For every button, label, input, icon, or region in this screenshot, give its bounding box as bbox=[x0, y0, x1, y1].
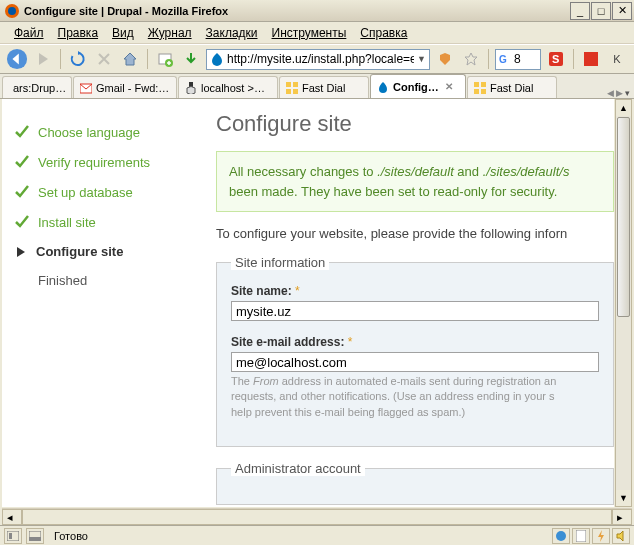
downloads-button[interactable] bbox=[180, 48, 202, 70]
menu-edit[interactable]: Правка bbox=[52, 24, 105, 42]
window-title: Configure site | Drupal - Mozilla Firefo… bbox=[24, 5, 570, 17]
step-setup-database: Set up database bbox=[14, 177, 190, 207]
intro-text: To configure your website, please provid… bbox=[202, 226, 614, 241]
step-label: Finished bbox=[38, 273, 87, 288]
step-label: Set up database bbox=[38, 185, 133, 200]
addon-bar-2-button[interactable] bbox=[26, 528, 44, 544]
addon-k-button[interactable]: K bbox=[606, 48, 628, 70]
scroll-up-button[interactable]: ▲ bbox=[616, 100, 631, 116]
menu-history[interactable]: Журнал bbox=[142, 24, 198, 42]
search-box[interactable]: G bbox=[495, 49, 541, 70]
fieldset-admin-account: Administrator account bbox=[216, 461, 614, 505]
menu-tools[interactable]: Инструменты bbox=[266, 24, 353, 42]
tab-1[interactable]: Gmail - Fwd:… bbox=[73, 76, 177, 98]
fieldset-legend: Site information bbox=[231, 255, 329, 270]
site-email-input[interactable] bbox=[231, 352, 599, 372]
tab-list-button[interactable]: ▾ bbox=[625, 88, 630, 98]
svg-rect-14 bbox=[293, 82, 298, 87]
home-button[interactable] bbox=[119, 48, 141, 70]
check-icon bbox=[14, 184, 30, 200]
url-input[interactable] bbox=[227, 50, 414, 68]
menu-help[interactable]: Справка bbox=[354, 24, 413, 42]
tab-5[interactable]: Fast Dial bbox=[467, 76, 557, 98]
tab-scroll-left-button[interactable]: ◀ bbox=[607, 88, 614, 98]
tab-4[interactable]: Config… ✕ bbox=[370, 74, 466, 98]
maximize-button[interactable]: □ bbox=[591, 2, 611, 20]
tab-label: Fast Dial bbox=[490, 82, 533, 94]
svg-rect-13 bbox=[286, 82, 291, 87]
forward-button[interactable] bbox=[32, 48, 54, 70]
fastdial-icon bbox=[286, 82, 298, 94]
tab-scroll-right-button[interactable]: ▶ bbox=[616, 88, 623, 98]
stop-button[interactable] bbox=[93, 48, 115, 70]
step-label: Choose language bbox=[38, 125, 140, 140]
step-choose-language: Choose language bbox=[14, 117, 190, 147]
addon-sound-icon[interactable] bbox=[612, 528, 630, 544]
feed-button[interactable] bbox=[434, 48, 456, 70]
site-email-label: Site e-mail address: * bbox=[231, 335, 599, 349]
reload-button[interactable] bbox=[67, 48, 89, 70]
scroll-down-button[interactable]: ▼ bbox=[616, 490, 631, 506]
step-verify-requirements: Verify requirements bbox=[14, 147, 190, 177]
dropdown-icon[interactable]: ▼ bbox=[417, 54, 426, 64]
new-tab-button[interactable] bbox=[154, 48, 176, 70]
addon-page-icon[interactable] bbox=[572, 528, 590, 544]
search-input[interactable] bbox=[514, 50, 537, 68]
tab-label: ars:Drup… bbox=[13, 82, 66, 94]
step-configure-site: Configure site bbox=[14, 237, 190, 266]
tab-label: Config… bbox=[393, 81, 439, 93]
step-label: Verify requirements bbox=[38, 155, 150, 170]
status-message: All necessary changes to ./sites/default… bbox=[216, 151, 614, 212]
addon-globe-icon[interactable] bbox=[552, 528, 570, 544]
site-email-description: The From address in automated e-mails se… bbox=[231, 374, 599, 420]
status-bar: ◂ ▸ bbox=[2, 508, 632, 525]
step-install-site: Install site bbox=[14, 207, 190, 237]
back-button[interactable] bbox=[6, 48, 28, 70]
svg-rect-16 bbox=[293, 89, 298, 94]
menu-bookmarks[interactable]: Закладки bbox=[200, 24, 264, 42]
tab-label: localhost >… bbox=[201, 82, 265, 94]
addon-s-button[interactable]: S bbox=[545, 48, 567, 70]
svg-rect-15 bbox=[286, 89, 291, 94]
status-right-icon[interactable]: ▸ bbox=[612, 509, 632, 525]
minimize-button[interactable]: _ bbox=[570, 2, 590, 20]
menu-file[interactable]: Файл bbox=[8, 24, 50, 42]
svg-rect-24 bbox=[29, 537, 41, 541]
tab-2[interactable]: localhost >… bbox=[178, 76, 278, 98]
fieldset-site-info: Site information Site name: * Site e-mai… bbox=[216, 255, 614, 447]
tab-3[interactable]: Fast Dial bbox=[279, 76, 369, 98]
tab-0[interactable]: ars:Drup… bbox=[2, 76, 72, 98]
step-finished: Finished bbox=[14, 266, 190, 295]
site-name-input[interactable] bbox=[231, 301, 599, 321]
url-bar[interactable]: ▼ bbox=[206, 49, 430, 70]
google-icon: G bbox=[499, 53, 511, 65]
svg-rect-26 bbox=[576, 530, 586, 542]
status-left-icon[interactable]: ◂ bbox=[2, 509, 22, 525]
site-name-label: Site name: * bbox=[231, 284, 599, 298]
addon-bar-1-button[interactable] bbox=[4, 528, 22, 544]
bookmark-star-button[interactable] bbox=[460, 48, 482, 70]
menu-view[interactable]: Вид bbox=[106, 24, 140, 42]
tab-close-button[interactable]: ✕ bbox=[443, 81, 455, 93]
drupal-favicon-icon bbox=[210, 52, 224, 66]
svg-point-1 bbox=[8, 7, 16, 15]
svg-point-25 bbox=[556, 531, 566, 541]
status-text: Готово bbox=[48, 530, 548, 542]
fieldset-legend: Administrator account bbox=[231, 461, 365, 476]
svg-rect-21 bbox=[7, 531, 19, 541]
scroll-thumb[interactable] bbox=[617, 117, 630, 317]
vertical-scrollbar[interactable]: ▲ ▼ bbox=[615, 99, 632, 507]
svg-text:S: S bbox=[552, 53, 559, 65]
tab-label: Gmail - Fwd:… bbox=[96, 82, 169, 94]
install-sidebar: Choose language Verify requirements Set … bbox=[2, 99, 202, 507]
phpmyadmin-icon bbox=[185, 82, 197, 94]
check-icon bbox=[14, 154, 30, 170]
addon-kaspersky-button[interactable] bbox=[580, 48, 602, 70]
install-main: Configure site All necessary changes to … bbox=[202, 99, 614, 507]
fastdial-icon bbox=[474, 82, 486, 94]
svg-rect-19 bbox=[474, 89, 479, 94]
menu-bar: Файл Правка Вид Журнал Закладки Инструме… bbox=[0, 22, 634, 44]
navigation-toolbar: ▼ G S K bbox=[0, 44, 634, 74]
close-button[interactable]: ✕ bbox=[612, 2, 632, 20]
addon-bolt-icon[interactable] bbox=[592, 528, 610, 544]
